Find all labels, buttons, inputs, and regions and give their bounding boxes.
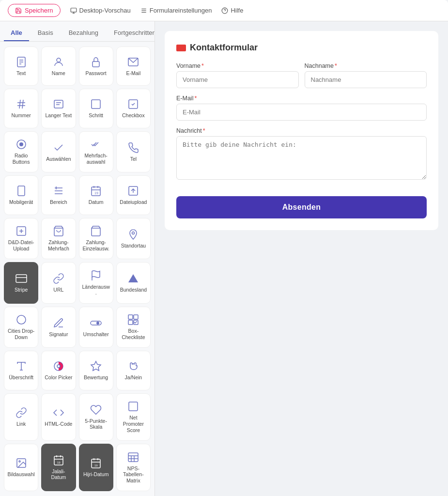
- plus-square-icon: [15, 225, 27, 237]
- widget-bereich[interactable]: Bereich: [41, 175, 76, 215]
- align-left-icon: [53, 98, 64, 110]
- widget-langer-text[interactable]: Langer Text: [41, 89, 76, 128]
- hijri-calendar-icon: 19: [90, 457, 102, 469]
- widget-5-punkte[interactable]: 5-Punkte-Skala: [79, 393, 113, 441]
- widget-email[interactable]: E-Mail: [116, 46, 151, 86]
- widget-mobilgerat[interactable]: Mobilgerät: [4, 175, 38, 215]
- link-icon: [53, 273, 64, 284]
- basket-single-icon: [90, 225, 102, 237]
- widget-hijri[interactable]: 19 Hijri-Datum: [79, 444, 113, 491]
- desktop-preview-button[interactable]: Desktop-Vorschau: [70, 7, 131, 14]
- nachname-label: Nachname*: [305, 62, 427, 69]
- widget-bewertung[interactable]: Bewertung: [79, 351, 113, 390]
- widget-jalali[interactable]: 19 Jalali-Datum: [41, 444, 76, 491]
- widget-url[interactable]: URL: [41, 262, 76, 304]
- svg-rect-61: [129, 402, 138, 411]
- code-icon: [53, 407, 64, 418]
- widget-passwort[interactable]: Passwort: [79, 46, 113, 86]
- widget-radio[interactable]: Radio Buttons: [4, 131, 38, 173]
- widget-signatur[interactable]: Signatur: [41, 307, 76, 348]
- svg-rect-74: [128, 453, 138, 462]
- form-row-nachricht: Nachricht*: [176, 127, 427, 180]
- svg-point-12: [57, 58, 61, 62]
- vorname-input[interactable]: [176, 71, 299, 88]
- save-button[interactable]: Speichern: [8, 4, 61, 17]
- widget-text[interactable]: Text: [4, 46, 38, 86]
- widget-dateiupload[interactable]: Dateiupload: [116, 175, 151, 215]
- svg-text:19: 19: [57, 461, 61, 464]
- tab-basis[interactable]: Basis: [31, 25, 60, 41]
- widget-datum[interactable]: 19 Datum: [79, 175, 113, 215]
- type-icon: [15, 360, 27, 372]
- svg-rect-53: [134, 315, 138, 319]
- lock-icon: [90, 56, 102, 68]
- map-pin-icon: [127, 229, 139, 240]
- tab-fortgeschritten[interactable]: Fortgeschritten: [107, 25, 155, 41]
- widget-auswahlen[interactable]: Auswählen: [41, 131, 76, 173]
- checks-icon: [90, 139, 102, 150]
- form-title: Kontaktformular: [176, 43, 427, 53]
- svg-point-51: [96, 322, 99, 325]
- sliders-icon: [53, 185, 64, 197]
- check-square-icon: [127, 98, 139, 110]
- hash-icon: [15, 98, 27, 110]
- image-icon: [15, 457, 27, 469]
- widget-landerausw[interactable]: Länderausw.: [79, 262, 113, 304]
- svg-point-49: [17, 315, 26, 324]
- help-button[interactable]: Hilfe: [221, 7, 243, 14]
- form-group-nachname: Nachname*: [305, 62, 427, 88]
- star-icon: [90, 360, 102, 372]
- nachricht-input[interactable]: [176, 136, 427, 180]
- svg-rect-54: [128, 320, 133, 325]
- svg-rect-45: [16, 275, 27, 282]
- svg-point-44: [132, 232, 135, 234]
- email-input[interactable]: [176, 104, 427, 121]
- widget-bundesland[interactable]: Bundesland: [116, 262, 151, 304]
- widget-schritt[interactable]: Schritt: [79, 89, 113, 128]
- widget-mehrfach[interactable]: Mehrfach-auswahl: [79, 131, 113, 173]
- widget-color-picker[interactable]: Color Picker: [41, 351, 76, 390]
- widget-zahlung-einzel[interactable]: Zahlung-Einzelausw.: [79, 218, 113, 260]
- svg-text:19: 19: [94, 464, 98, 467]
- nachname-input[interactable]: [305, 71, 427, 88]
- svg-rect-13: [93, 62, 99, 67]
- tab-bezahlung[interactable]: Bezahlung: [62, 25, 105, 41]
- widget-nps-tabelle[interactable]: NPS-Tabellen-Matrix: [116, 444, 151, 491]
- widget-standortau[interactable]: Standortau: [116, 218, 151, 260]
- widget-html-code[interactable]: HTML-Code: [41, 393, 76, 441]
- svg-marker-60: [91, 361, 101, 371]
- svg-rect-52: [128, 315, 133, 319]
- grid-check-icon: [127, 314, 139, 326]
- widget-umschalter[interactable]: Umschalter: [79, 307, 113, 348]
- email-label: E-Mail*: [176, 95, 427, 102]
- widget-stripe[interactable]: Stripe: [4, 262, 38, 304]
- submit-button[interactable]: Absenden: [176, 196, 427, 218]
- basket-icon: [53, 225, 64, 237]
- widget-nps[interactable]: Net Promoter Score: [116, 393, 151, 441]
- jalali-calendar-icon: 19: [53, 454, 64, 466]
- widget-ja-nein[interactable]: Ja/Nein: [116, 351, 151, 390]
- widget-dnd-upload[interactable]: D&D-Datei-Upload: [4, 218, 38, 260]
- left-panel: Alle Basis Bezahlung Fortgeschritten Tex…: [0, 21, 155, 496]
- widget-tel[interactable]: Tel: [116, 131, 151, 173]
- widget-bildauswahl[interactable]: Bildauswahl: [4, 444, 38, 491]
- svg-line-17: [19, 100, 20, 108]
- svg-rect-26: [18, 186, 25, 196]
- widget-checkbox[interactable]: Checkbox: [116, 89, 151, 128]
- link2-icon: [15, 407, 27, 418]
- tab-alle[interactable]: Alle: [4, 25, 29, 41]
- circle-icon: [15, 314, 27, 326]
- widget-box-checkliste[interactable]: Box-Checkliste: [116, 307, 151, 348]
- widget-link[interactable]: Link: [4, 393, 38, 441]
- color-wheel-icon: [53, 360, 64, 372]
- widget-name[interactable]: Name: [41, 46, 76, 86]
- schritt-icon: [90, 98, 102, 110]
- widget-uberschrift[interactable]: Überschrift: [4, 351, 38, 390]
- form-card: Kontaktformular Vorname* Nachname*: [165, 31, 438, 230]
- widget-zahlung-mehr[interactable]: Zahlung-Mehrfach: [41, 218, 76, 260]
- pen-icon: [53, 317, 64, 329]
- widget-cities[interactable]: Cities Drop-Down: [4, 307, 38, 348]
- form-settings-button[interactable]: Formulareinstellungen: [140, 7, 212, 14]
- triangle-icon: [127, 273, 139, 284]
- widget-nummer[interactable]: Nummer: [4, 89, 38, 128]
